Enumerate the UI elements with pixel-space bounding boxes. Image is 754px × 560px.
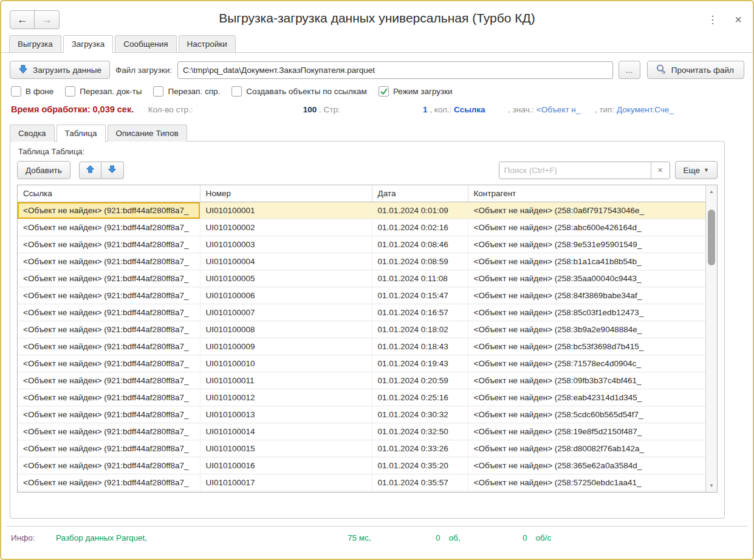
close-icon[interactable]: × — [735, 13, 742, 26]
main-tab[interactable]: Загрузка — [63, 35, 114, 53]
cell-counterparty[interactable]: <Объект не найден> (258:5cdc60b565d54f7_ — [468, 406, 705, 423]
table-row[interactable]: <Объект не найден> (921:bdff44af280ff8a7… — [18, 202, 705, 219]
cell-counterparty[interactable]: <Объект не найден> (258:19e8f5d2150f487_ — [468, 423, 705, 440]
column-header[interactable]: Номер — [200, 185, 372, 202]
result-tab[interactable]: Сводка — [10, 125, 55, 142]
table-row[interactable]: <Объект не найден> (921:bdff44af280ff8a7… — [18, 219, 705, 236]
cell-date[interactable]: 01.01.2024 0:08:46 — [372, 236, 468, 253]
move-up-button[interactable] — [79, 162, 101, 179]
cell-number[interactable]: UI010100007 — [200, 304, 372, 321]
result-tab[interactable]: Описание Типов — [108, 125, 187, 142]
more-actions-button[interactable]: Еще ▼ — [675, 161, 718, 179]
cell-date[interactable]: 01.01.2024 0:15:47 — [372, 287, 468, 304]
cell-link[interactable]: <Объект не найден> (921:bdff44af280ff8a7… — [18, 423, 200, 440]
move-down-button[interactable] — [101, 162, 124, 179]
cell-date[interactable]: 01.01.2024 0:18:02 — [372, 321, 468, 338]
cell-link[interactable]: <Объект не найден> (921:bdff44af280ff8a7… — [18, 389, 200, 406]
cell-link[interactable]: <Объект не найден> (921:bdff44af280ff8a7… — [18, 457, 200, 474]
cell-number[interactable]: UI010100014 — [200, 423, 372, 440]
cell-link[interactable]: <Объект не найден> (921:bdff44af280ff8a7… — [18, 355, 200, 372]
cell-date[interactable]: 01.01.2024 0:19:43 — [372, 355, 468, 372]
table-row[interactable]: <Объект не найден> (921:bdff44af280ff8a7… — [18, 372, 705, 389]
cell-counterparty[interactable]: <Объект не найден> (258:0a6f7917543046e_ — [468, 202, 705, 219]
cell-counterparty[interactable]: <Объект не найден> (258:9e531e95901549_ — [468, 236, 705, 253]
cell-number[interactable]: UI010100015 — [200, 440, 372, 457]
cell-link[interactable]: <Объект не найден> (921:bdff44af280ff8a7… — [18, 304, 200, 321]
table-row[interactable]: <Объект не найден> (921:bdff44af280ff8a7… — [18, 253, 705, 270]
cell-link[interactable]: <Объект не найден> (921:bdff44af280ff8a7… — [18, 321, 200, 338]
table-row[interactable]: <Объект не найден> (921:bdff44af280ff8a7… — [18, 304, 705, 321]
cell-number[interactable]: UI010100017 — [200, 474, 372, 491]
cell-link[interactable]: <Объект не найден> (921:bdff44af280ff8a7… — [18, 406, 200, 423]
scrollbar-thumb[interactable] — [708, 210, 715, 265]
column-header[interactable]: Ссылка — [18, 185, 200, 202]
main-tab[interactable]: Настройки — [179, 35, 236, 52]
cell-date[interactable]: 01.01.2024 0:11:08 — [372, 270, 468, 287]
clear-search-button[interactable]: × — [651, 162, 670, 179]
cell-link[interactable]: <Объект не найден> (921:bdff44af280ff8a7… — [18, 440, 200, 457]
back-button[interactable]: ← — [10, 10, 35, 29]
cell-date[interactable]: 01.01.2024 0:25:16 — [372, 389, 468, 406]
cell-counterparty[interactable]: <Объект не найден> (258:b1a1ca41b8b54b_ — [468, 253, 705, 270]
cell-date[interactable]: 01.01.2024 0:35:57 — [372, 474, 468, 491]
cell-link[interactable]: <Объект не найден> (921:bdff44af280ff8a7… — [18, 338, 200, 355]
cell-link[interactable]: <Объект не найден> (921:bdff44af280ff8a7… — [18, 219, 200, 236]
table-row[interactable]: <Объект не найден> (921:bdff44af280ff8a7… — [18, 321, 705, 338]
cell-counterparty[interactable]: <Объект не найден> (258:09fb3b37c4bf461_ — [468, 372, 705, 389]
result-tab[interactable]: Таблица — [57, 125, 106, 142]
cell-number[interactable]: UI010100008 — [200, 321, 372, 338]
cell-number[interactable]: UI010100001 — [200, 202, 372, 219]
main-tab[interactable]: Выгрузка — [9, 35, 61, 52]
cell-date[interactable]: 01.01.2024 0:02:16 — [372, 219, 468, 236]
cell-link[interactable]: <Объект не найден> (921:bdff44af280ff8a7… — [18, 236, 200, 253]
cell-counterparty[interactable]: <Объект не найден> (258:3b9a2e9048884e_ — [468, 321, 705, 338]
scroll-up-icon[interactable]: ▲ — [706, 189, 717, 194]
option-checkbox[interactable]: Перезап. спр. — [153, 86, 220, 97]
cell-counterparty[interactable]: <Объект не найден> (258:85c03f1edb12473_ — [468, 304, 705, 321]
cell-number[interactable]: UI010100002 — [200, 219, 372, 236]
cell-link[interactable]: <Объект не найден> (921:bdff44af280ff8a7… — [18, 474, 200, 491]
table-row[interactable]: <Объект не найден> (921:bdff44af280ff8a7… — [18, 457, 705, 474]
cell-number[interactable]: UI010100016 — [200, 457, 372, 474]
cell-counterparty[interactable]: <Объект не найден> (258:57250ebdc1aa41_ — [468, 474, 705, 491]
cell-number[interactable]: UI010100011 — [200, 372, 372, 389]
cell-counterparty[interactable]: <Объект не найден> (258:35aa00040c9443_ — [468, 270, 705, 287]
more-menu-icon[interactable]: ⋮ — [707, 15, 718, 25]
table-row[interactable]: <Объект не найден> (921:bdff44af280ff8a7… — [18, 236, 705, 253]
forward-button[interactable]: → — [35, 10, 60, 29]
cell-number[interactable]: UI010100013 — [200, 406, 372, 423]
cell-link[interactable]: <Объект не найден> (921:bdff44af280ff8a7… — [18, 253, 200, 270]
cell-number[interactable]: UI010100005 — [200, 270, 372, 287]
cell-date[interactable]: 01.01.2024 0:08:59 — [372, 253, 468, 270]
cell-link[interactable]: <Объект не найден> (921:bdff44af280ff8a7… — [18, 372, 200, 389]
cell-date[interactable]: 01.01.2024 0:30:32 — [372, 406, 468, 423]
cell-date[interactable]: 01.01.2024 0:20:59 — [372, 372, 468, 389]
cell-counterparty[interactable]: <Объект не найден> (258:71578ec4d0904c_ — [468, 355, 705, 372]
cell-date[interactable]: 01.01.2024 0:16:57 — [372, 304, 468, 321]
cell-number[interactable]: UI010100010 — [200, 355, 372, 372]
option-checkbox[interactable]: Режим загрузки — [379, 86, 453, 97]
cell-counterparty[interactable]: <Объект не найден> (258:84f3869babe34af_ — [468, 287, 705, 304]
table-row[interactable]: <Объект не найден> (921:bdff44af280ff8a7… — [18, 270, 705, 287]
cell-date[interactable]: 01.01.2024 0:33:26 — [372, 440, 468, 457]
cell-counterparty[interactable]: <Объект не найден> (258:d80082f76ab142a_ — [468, 440, 705, 457]
cell-counterparty[interactable]: <Объект не найден> (258:eab42314d1d345_ — [468, 389, 705, 406]
option-checkbox[interactable]: Перезап. док-ты — [65, 86, 142, 97]
table-row[interactable]: <Объект не найден> (921:bdff44af280ff8a7… — [18, 338, 705, 355]
cell-counterparty[interactable]: <Объект не найден> (258:365e62a0a3584d_ — [468, 457, 705, 474]
table-row[interactable]: <Объект не найден> (921:bdff44af280ff8a7… — [18, 423, 705, 440]
add-row-button[interactable]: Добавить — [17, 161, 70, 179]
option-checkbox[interactable]: Создавать объекты по ссылкам — [231, 86, 367, 97]
cell-link[interactable]: <Объект не найден> (921:bdff44af280ff8a7… — [18, 287, 200, 304]
table-row[interactable]: <Объект не найден> (921:bdff44af280ff8a7… — [18, 389, 705, 406]
load-data-button[interactable]: Загрузить данные — [10, 61, 110, 79]
cell-link[interactable]: <Объект не найден> (921:bdff44af280ff8a7… — [18, 270, 200, 287]
column-header[interactable]: Дата — [372, 185, 468, 202]
cell-counterparty[interactable]: <Объект не найден> (258:abc600e426164d_ — [468, 219, 705, 236]
cell-number[interactable]: UI010100009 — [200, 338, 372, 355]
table-row[interactable]: <Объект не найден> (921:bdff44af280ff8a7… — [18, 355, 705, 372]
read-file-button[interactable]: Прочитать файл — [647, 61, 744, 79]
cell-date[interactable]: 01.01.2024 0:01:09 — [372, 202, 468, 219]
table-row[interactable]: <Объект не найден> (921:bdff44af280ff8a7… — [18, 287, 705, 304]
cell-date[interactable]: 01.01.2024 0:18:43 — [372, 338, 468, 355]
